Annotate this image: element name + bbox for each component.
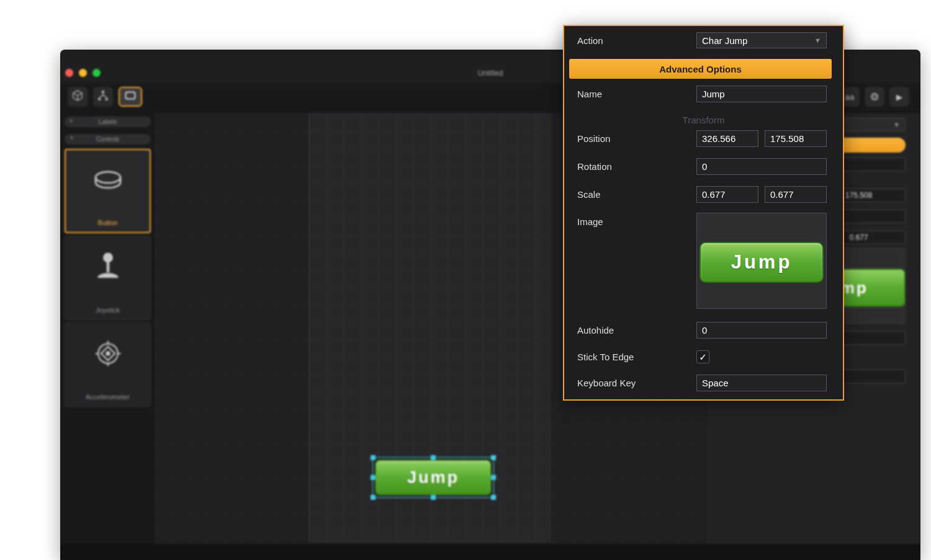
position-row: Position [564,130,843,147]
control-item-label: Accelerometer [65,393,150,401]
accelerometer-icon [65,337,150,370]
mode-toolbar [68,87,142,107]
scene-tree-button[interactable] [93,87,113,107]
control-item-accelerometer[interactable]: Accelerometer [65,322,151,407]
screen-controls-icon [124,89,137,104]
selection-handle[interactable] [431,455,436,460]
name-input[interactable] [696,86,827,102]
selection-handle[interactable] [491,475,496,480]
settings-button[interactable]: ⚙ [865,87,884,107]
autohide-label: Autohide [577,325,696,336]
window-bottom-strip [60,544,920,560]
cube-icon [71,89,84,104]
position-x-input[interactable] [696,130,758,147]
scene-tree-icon [97,89,109,104]
name-label: Name [577,89,696,99]
keyboard-key-label: Keyboard Key [577,378,696,388]
world-mode-button[interactable] [68,87,88,107]
gear-icon: ⚙ [870,92,879,102]
disclosure-icon: ▾ [70,135,73,141]
stick-to-edge-row: Stick To Edge ✓ [564,350,843,363]
stick-to-edge-label: Stick To Edge [577,352,696,362]
position-label: Position [577,133,696,144]
disclosure-icon: ▸ [70,117,73,123]
stick-to-edge-checkbox[interactable]: ✓ [696,350,709,363]
control-item-label: Joystick [65,306,150,314]
control-item-button[interactable]: Button [65,149,151,233]
image-label: Image [577,213,696,227]
selection-handle[interactable] [491,495,496,500]
section-controls-text: Controls [96,136,119,143]
jump-image-preview: Jump [699,242,824,283]
jump-control[interactable]: Jump [375,460,492,496]
selection-handle[interactable] [371,475,376,480]
selected-jump-button[interactable]: Jump [372,457,494,498]
advanced-options-button[interactable]: Advanced Options [569,59,832,79]
keyboard-key-input[interactable] [696,375,827,391]
image-row: Image Jump [564,213,843,309]
play-icon: ▶ [896,93,902,101]
selection-handle[interactable] [431,495,436,500]
position-y-input[interactable] [765,130,827,147]
keyboard-key-row: Keyboard Key [564,375,843,391]
chevron-down-icon: ▼ [814,37,821,44]
section-labels-text: Labels [99,118,117,125]
transform-section-header: Transform [564,115,843,125]
control-item-joystick[interactable]: Joystick [65,236,151,320]
action-dropdown-value: Char Jump [702,35,747,46]
text-size-icon: aa [845,93,854,101]
scale-label: Scale [577,189,696,200]
button-icon [66,164,150,196]
action-label: Action [577,35,696,46]
selection-handle[interactable] [491,455,496,460]
chevron-down-icon: ▼ [893,121,900,128]
screen: Untitled [0,0,931,560]
rotation-input[interactable] [696,158,827,175]
controls-sidebar: ▸ Labels ▾ Controls Button [60,113,155,544]
control-item-label: Button [66,219,150,226]
image-well[interactable]: Jump [696,213,827,309]
rotation-label: Rotation [577,161,696,172]
scale-x-input[interactable] [696,186,758,203]
name-row: Name [564,86,843,102]
action-dropdown[interactable]: Char Jump ▼ [696,32,827,48]
joystick-icon [65,250,150,283]
action-row: Action Char Jump ▼ [564,32,843,48]
action-toolbar: aa ⚙ ▶ [840,87,909,107]
rotation-row: Rotation [564,158,843,175]
checkmark-icon: ✓ [699,352,707,363]
autohide-input[interactable] [696,322,827,339]
scale-y-input[interactable] [765,186,827,203]
scale-row: Scale [564,186,843,203]
inspector-panel: Action Char Jump ▼ Advanced Options Name… [563,25,844,401]
selection-handle[interactable] [371,495,376,500]
section-controls[interactable]: ▾ Controls [65,134,151,144]
autohide-row: Autohide [564,322,843,339]
selection-handle[interactable] [371,455,376,460]
section-labels[interactable]: ▸ Labels [65,117,151,127]
controls-mode-button[interactable] [119,87,142,107]
play-button[interactable]: ▶ [889,87,909,107]
